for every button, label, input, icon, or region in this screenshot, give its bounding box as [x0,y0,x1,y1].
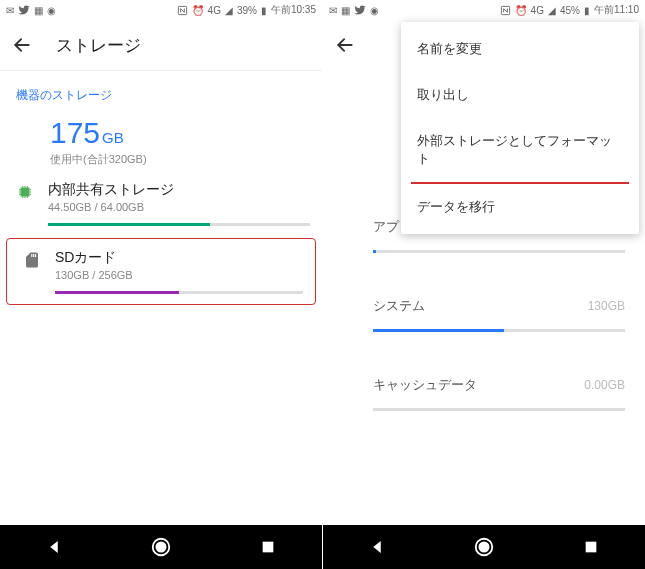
twitter-icon [18,4,30,16]
battery-icon: ▮ [261,5,267,16]
nav-home[interactable] [141,527,181,567]
internal-storage-row[interactable]: 内部共有ストレージ 44.50GB / 64.00GB [0,167,322,236]
nav-bar [0,525,322,569]
svg-rect-8 [263,542,274,553]
internal-storage-fill [48,223,210,226]
apps-bar [373,250,625,253]
sd-card-title: SDカード [55,249,303,267]
page-title: ストレージ [56,34,141,57]
system-fill [373,329,504,332]
content: 機器のストレージ 175GB 使用中(合計320GB) 内部共有ストレージ 44… [0,71,322,525]
system-label: システム [373,297,425,315]
svg-rect-5 [35,254,36,257]
circle-icon: ◉ [370,5,379,16]
nav-bar [323,525,645,569]
usage-caption: 使用中(合計320GB) [50,152,306,167]
back-button[interactable] [10,33,34,57]
mail-icon: ✉ [329,5,337,16]
svg-point-12 [479,542,488,551]
sd-card-icon [19,249,45,269]
internal-storage-sub: 44.50GB / 64.00GB [48,201,310,213]
clock: 午前10:35 [271,3,316,17]
sd-card-row[interactable]: SDカード 130GB / 256GB [7,239,315,304]
nav-back[interactable] [357,527,397,567]
battery-icon: ▮ [584,5,590,16]
chip-icon [12,181,38,201]
usage-value: 175 [50,116,100,149]
menu-eject[interactable]: 取り出し [401,72,639,118]
nfc-icon [500,5,511,16]
svg-point-7 [156,542,165,551]
status-bar: ✉ ▦ ◉ ⏰ 4G ◢ 39% ▮ 午前10:35 [0,0,322,20]
apps-fill [373,250,376,253]
nav-back[interactable] [34,527,74,567]
internal-storage-bar [48,223,310,226]
overflow-menu: 名前を変更 取り出し 外部ストレージとしてフォーマット データを移行 [401,22,639,234]
twitter-icon [354,4,366,16]
network-label: 4G [531,5,544,16]
photo-icon: ▦ [341,5,350,16]
section-label: 機器のストレージ [0,71,322,112]
sd-card-sub: 130GB / 256GB [55,269,303,281]
phone-left: ✉ ▦ ◉ ⏰ 4G ◢ 39% ▮ 午前10:35 ストレージ 機器のストレー… [0,0,322,569]
back-button[interactable] [333,33,357,57]
signal-icon: ◢ [225,5,233,16]
status-bar: ✉ ▦ ◉ ⏰ 4G ◢ 45% ▮ 午前11:10 [323,0,645,20]
nav-recent[interactable] [248,527,288,567]
menu-rename[interactable]: 名前を変更 [401,26,639,72]
nav-home[interactable] [464,527,504,567]
sd-highlight: SDカード 130GB / 256GB [6,238,316,305]
row-cache[interactable]: キャッシュデータ 0.00GB [323,358,645,411]
menu-format-external[interactable]: 外部ストレージとしてフォーマット [401,118,639,182]
sd-card-fill [55,291,179,294]
sd-card-bar [55,291,303,294]
nav-recent[interactable] [571,527,611,567]
signal-icon: ◢ [548,5,556,16]
cache-label: キャッシュデータ [373,376,477,394]
network-label: 4G [208,5,221,16]
usage-unit: GB [102,129,124,146]
battery-pct: 39% [237,5,257,16]
menu-migrate[interactable]: データを移行 [401,184,639,230]
battery-pct: 45% [560,5,580,16]
alarm-icon: ⏰ [192,5,204,16]
svg-rect-13 [586,542,597,553]
svg-rect-3 [31,254,32,257]
photo-icon: ▦ [34,5,43,16]
app-bar: ストレージ [0,20,322,71]
system-value: 130GB [588,299,625,313]
system-bar [373,329,625,332]
circle-icon: ◉ [47,5,56,16]
phone-right: ✉ ▦ ◉ ⏰ 4G ◢ 45% ▮ 午前11:10 名前を変更 取り出し 外部… [323,0,645,569]
alarm-icon: ⏰ [515,5,527,16]
clock: 午前11:10 [594,3,639,17]
internal-storage-title: 内部共有ストレージ [48,181,310,199]
total-usage: 175GB 使用中(合計320GB) [0,112,322,167]
nfc-icon [177,5,188,16]
cache-bar [373,408,625,411]
mail-icon: ✉ [6,5,14,16]
cache-value: 0.00GB [584,378,625,392]
svg-rect-2 [21,188,30,197]
svg-rect-4 [33,254,34,257]
row-system[interactable]: システム 130GB [323,279,645,332]
